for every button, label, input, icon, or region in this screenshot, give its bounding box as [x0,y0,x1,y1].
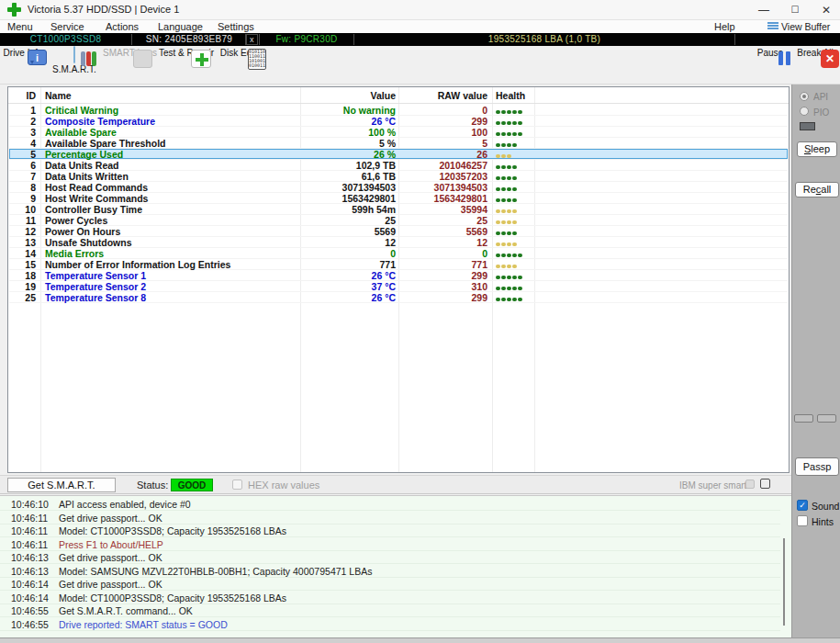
health-dots [496,215,518,226]
attr-value: No warning [302,105,396,116]
table-row[interactable]: 11 Power Cycles 25 25 [9,215,788,226]
table-row[interactable]: 5 Percentage Used 26 % 26 [9,149,788,160]
attr-value: 5569 [302,226,396,237]
attr-name: Composite Temperature [45,116,155,127]
pio-radio-label: PIO [813,107,829,118]
table-row[interactable]: 12 Power On Hours 5569 5569 [9,226,788,237]
log-time: 10:46:55 [11,604,49,617]
smart-table: ID Name Value RAW value Health 1 Critica… [7,86,790,473]
health-dots [496,204,518,215]
attr-name: Power On Hours [45,226,120,237]
log-entry: 10:46:14 Get drive passport... OK [0,578,780,591]
attr-name: Number of Error Information Log Entries [45,259,230,270]
smart-button[interactable]: S.M.A.R.T. [51,47,97,84]
attr-raw: 299 [400,292,487,303]
attr-name: Available Spare Threshold [45,138,166,149]
log-entry: 10:46:10 API access enabled, device #0 [0,498,780,511]
menu-item-settings[interactable]: Settings [218,21,254,32]
disk-editor-button[interactable]: 010110110011101001010011 Disk Editor [218,47,266,84]
small-button-1[interactable] [794,414,813,423]
menu-item-actions[interactable]: Actions [106,21,139,32]
table-row[interactable]: 14 Media Errors 0 0 [9,248,788,259]
api-radio-label: API [813,92,828,102]
log-time: 10:46:11 [11,538,48,551]
table-row[interactable]: 2 Composite Temperature 26 °C 299 [9,116,788,127]
table-row[interactable]: 7 Data Units Written 61,6 TB 120357203 [9,171,788,182]
ibm-super-smart-checkbox[interactable] [745,479,755,489]
hints-checkbox[interactable] [797,515,808,526]
attr-raw: 201046257 [400,160,487,171]
attr-raw: 5569 [400,226,487,237]
smart-logs-button[interactable]: SMART Logs [103,47,154,84]
attr-raw: 100 [400,127,487,138]
log-text: API access enabled, device #0 [59,498,191,511]
break-all-button[interactable]: ✕ Break All [793,47,837,84]
get-smart-button[interactable]: Get S.M.A.R.T. [7,478,116,492]
menu-item-service[interactable]: Service [50,21,84,32]
log-text: Model: CT1000P3SSD8; Capacity 1953525168… [59,592,286,604]
table-header: ID Name Value RAW value Health [8,87,789,104]
table-row[interactable]: 8 Host Read Commands 3071394503 30713945… [9,182,788,193]
minimize-button[interactable]: — [748,0,779,20]
ibm-extra-checkbox[interactable] [760,479,770,489]
log-panel: 10:46:10 API access enabled, device #0 1… [0,495,791,637]
pio-radio[interactable] [800,107,809,116]
attr-name: Unsafe Shutdowns [45,237,132,248]
table-row[interactable]: 15 Number of Error Information Log Entri… [9,259,788,270]
health-dots [496,160,518,171]
api-radio[interactable] [800,92,809,101]
test-repair-button[interactable]: Test & Repair [158,47,215,84]
status-badge: GOOD [171,479,213,491]
attr-id: 15 [8,259,36,270]
table-row[interactable]: 19 Temperature Sensor 2 37 °C 310 [9,281,788,292]
table-row[interactable]: 18 Temperature Sensor 1 26 °C 299 [9,270,788,281]
header-name: Name [45,87,72,104]
close-button[interactable]: ✕ [811,0,840,20]
menu-item-menu[interactable]: Menu [7,21,33,32]
attr-value: 26 °C [302,270,396,281]
log-entry: 10:46:11 Press F1 to About/HELP [0,538,780,551]
log-text: Drive reported: SMART status = GOOD [59,618,228,631]
drive-info-button[interactable]: i Drive Info [0,47,46,84]
menu-item-help[interactable]: Help [714,21,735,32]
app-logo-cross-icon [7,3,21,17]
log-time: 10:46:11 [11,525,48,537]
passp-button[interactable]: Passp [795,457,839,476]
table-row[interactable]: 25 Temperature Sensor 8 26 °C 299 [9,292,788,303]
small-button-2[interactable] [817,414,836,423]
health-dots [496,270,523,281]
infobar-close-icon[interactable]: x [246,34,258,45]
maximize-button[interactable]: ☐ [779,0,811,20]
attr-name: Host Write Commands [45,193,148,204]
health-dots [496,226,518,237]
hints-checkbox-label: Hints [812,516,834,527]
log-time: 10:46:55 [11,618,49,631]
hex-raw-values-checkbox[interactable] [232,479,242,490]
attr-value: 100 % [302,127,396,138]
table-row[interactable]: 3 Available Spare 100 % 100 [9,127,788,138]
attr-name: Controller Busy Time [45,204,142,215]
pause-button[interactable]: Pause [753,47,788,84]
table-row[interactable]: 10 Controller Busy Time 599h 54m 35994 [9,204,788,215]
sound-checkbox[interactable]: ✓ [797,500,808,511]
recall-button[interactable]: Recall [795,182,839,197]
table-row[interactable]: 1 Critical Warning No warning 0 [9,105,788,116]
table-row[interactable]: 4 Available Spare Threshold 5 % 5 [9,138,788,149]
health-dots [496,281,523,292]
table-row[interactable]: 9 Host Write Commands 1563429801 1563429… [9,193,788,204]
attr-id: 25 [8,292,36,303]
attr-id: 1 [8,105,36,116]
log-entry: 10:46:55 Get S.M.A.R.T. command... OK [0,604,780,617]
attr-raw: 1563429801 [400,193,487,204]
table-row[interactable]: 13 Unsafe Shutdowns 12 12 [9,237,788,248]
buffer-list-icon [767,22,778,32]
attr-name: Available Spare [45,127,117,138]
toolbar: i Drive Info S.M.A.R.T. SMART Logs Test … [0,46,840,85]
log-scrollbar[interactable] [783,538,785,626]
menu-item-language[interactable]: Language [158,21,203,32]
attr-raw: 310 [400,281,487,292]
sleep-button[interactable]: Sleep [797,141,837,157]
sound-checkbox-label: Sound [812,501,839,512]
drive-info-bar: CT1000P3SSD8 SN: 2405E893EB79 x Fw: P9CR… [0,33,840,46]
table-row[interactable]: 6 Data Units Read 102,9 TB 201046257 [9,160,788,171]
